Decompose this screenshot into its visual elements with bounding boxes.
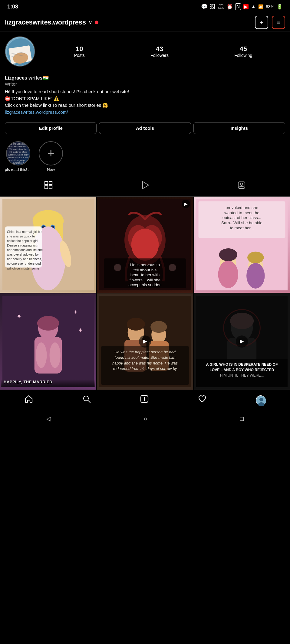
svg-text:heart to her,with: heart to her,with (130, 273, 160, 277)
tab-grid[interactable] (0, 177, 97, 196)
svg-text:no one ever understood: no one ever understood (7, 262, 41, 265)
whatsapp-icon: 💬 (201, 3, 208, 10)
recents-button[interactable]: □ (234, 413, 250, 425)
svg-point-94 (84, 396, 88, 401)
avatar (5, 36, 35, 67)
post-thumb-1: Chloe is a normal girl but she was so qu… (0, 197, 96, 293)
post-item-5[interactable]: He was the happiest person he had found … (97, 293, 193, 390)
battery-level: 63% (266, 4, 274, 9)
tab-tagged[interactable] (193, 177, 290, 196)
wifi-icon: ▲ (251, 4, 256, 9)
svg-point-41 (131, 229, 159, 261)
nav-home[interactable] (21, 393, 37, 407)
home-button[interactable]: ○ (137, 413, 153, 425)
post-thumb-6: A GIRL WHO IS IN DESPERATE NEED OF LOVE.… (194, 293, 290, 390)
insights-button[interactable]: Insights (193, 122, 285, 134)
svg-point-69 (50, 342, 61, 368)
tab-reels[interactable] (97, 177, 193, 196)
svg-text:will chloe muster some: will chloe muster some (7, 266, 39, 270)
add-content-button[interactable]: ＋ (255, 16, 268, 29)
post-item-2[interactable]: He is nervous to tell about his heart to… (97, 197, 193, 293)
post-item-1[interactable]: Chloe is a normal girl but she was so qu… (0, 197, 96, 293)
nav-search[interactable] (79, 393, 94, 407)
svg-text:He was the happiest person he : He was the happiest person he had (114, 350, 176, 354)
svg-text:HIM UNTIL THEY WERE...: HIM UNTIL THEY WERE... (220, 373, 264, 378)
svg-text:✦: ✦ (73, 309, 78, 315)
svg-rect-10 (45, 186, 48, 189)
post-item-3[interactable]: provoked and she wanted to meet the outc… (194, 197, 290, 293)
content-tabs (0, 177, 290, 197)
svg-text:notice the popular girl: notice the popular girl (7, 239, 38, 243)
svg-text:found his soul mate. She made : found his soul mate. She made him (114, 355, 175, 360)
add-highlight-circle[interactable]: + (39, 141, 63, 165)
insights-label: Insights (231, 126, 248, 131)
bio-text: Hi! If you love to read short stories! P… (5, 88, 285, 116)
svg-point-61 (247, 252, 264, 263)
profile-header: lizgraceswrites.wordpress ∨ ＋ ≡ (0, 13, 290, 31)
svg-text:✦: ✦ (16, 312, 22, 320)
svg-text:accept his sudden: accept his sudden (128, 283, 161, 287)
followers-count: 43 (156, 45, 163, 53)
ad-tools-label: Ad tools (136, 126, 154, 131)
nfc-icon: N (235, 3, 241, 10)
edit-profile-button[interactable]: Edit profile (5, 122, 97, 134)
nav-likes[interactable] (194, 393, 210, 407)
dropdown-chevron-icon[interactable]: ∨ (88, 19, 92, 26)
followers-stat[interactable]: 43 Followers (150, 45, 169, 58)
svg-text:to meet her...: to meet her... (230, 226, 254, 230)
play-center-6: ▶ (236, 335, 248, 348)
add-icon (140, 395, 149, 405)
svg-text:was overshadowed by: was overshadowed by (7, 253, 39, 256)
post-item-6[interactable]: A GIRL WHO IS IN DESPERATE NEED OF LOVE.… (194, 293, 290, 390)
bio-section: Lizgraces writes🇮🇳 Writer Hi! If you lov… (0, 75, 290, 120)
nav-profile[interactable] (252, 394, 269, 407)
highlight-story[interactable]: we are just a page with few followers.. … (5, 141, 31, 172)
svg-point-58 (219, 248, 237, 261)
heart-icon (198, 395, 206, 405)
alarm-icon: ⏰ (227, 4, 233, 10)
svg-text:provoked and she: provoked and she (226, 205, 258, 210)
avatar-container (5, 36, 35, 67)
youtube-icon: ▶ (243, 4, 249, 9)
svg-marker-12 (143, 181, 149, 189)
nav-add[interactable] (137, 393, 152, 407)
gallery-icon: 🖼 (210, 4, 216, 10)
home-icon (25, 395, 33, 405)
profile-top-row: 10 Posts 43 Followers 45 Following (5, 36, 285, 67)
avatar-image (5, 37, 35, 66)
ad-tools-button[interactable]: Ad tools (99, 122, 191, 134)
svg-rect-11 (49, 186, 52, 189)
post-4-title: HAPPILY, THE MARRIED (1, 379, 95, 387)
svg-point-66 (37, 316, 59, 330)
status-bar: 1:08 💬 🖼 023 KB/S ⏰ N ▶ ▲ 📶 63% 🔋 (0, 0, 290, 13)
svg-text:tell about his: tell about his (133, 268, 157, 272)
bottom-nav (0, 390, 290, 410)
bio-link[interactable]: lizgraceswrites.wordpress.com/ (5, 110, 68, 115)
svg-line-95 (88, 400, 91, 403)
tagged-icon (237, 181, 246, 191)
notification-dot (95, 21, 98, 24)
menu-button[interactable]: ≡ (272, 16, 285, 29)
svg-text:He is nervous to: He is nervous to (130, 263, 160, 267)
svg-rect-8 (45, 181, 48, 185)
new-highlight[interactable]: + New (39, 141, 63, 172)
svg-point-75 (127, 318, 145, 330)
story-thumbnail: we are just a page with few followers.. … (7, 142, 30, 165)
posts-stat[interactable]: 10 Posts (74, 45, 85, 58)
action-buttons: Edit profile Ad tools Insights (0, 120, 290, 139)
nav-profile-avatar (256, 395, 265, 405)
svg-point-78 (150, 321, 167, 333)
grid-icon (44, 181, 53, 191)
following-label: Following (234, 53, 252, 58)
highlights-section: we are just a page with few followers.. … (0, 139, 290, 177)
following-stat[interactable]: 45 Following (234, 45, 252, 58)
svg-point-14 (240, 183, 243, 185)
back-button[interactable]: ◁ (40, 413, 57, 425)
hamburger-icon: ≡ (277, 19, 280, 26)
header-username-area[interactable]: lizgraceswrites.wordpress ∨ (5, 18, 98, 26)
data-speed: 023 KB/S (218, 4, 224, 9)
svg-text:she was so quick to: she was so quick to (7, 234, 35, 238)
svg-text:Denise struggling with: Denise struggling with (7, 244, 38, 247)
post-item-4[interactable]: ✦ ✦ ✦ HAPPILY, THE MARRIED (0, 293, 96, 390)
svg-point-87 (230, 313, 254, 329)
